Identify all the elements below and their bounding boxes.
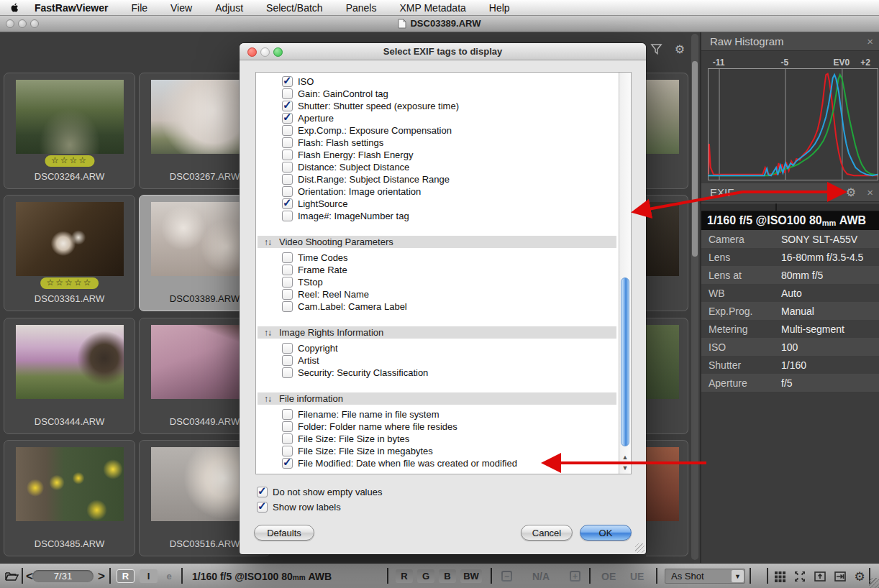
grid-view-icon[interactable]: [773, 570, 786, 583]
thumbnail-cell-partial[interactable]: [646, 318, 688, 434]
exif-tag-option[interactable]: Frame Rate: [256, 264, 618, 276]
exif-tag-option[interactable]: Flash: Flash settings: [256, 137, 618, 149]
reorder-arrows-icon[interactable]: ↑↓: [264, 237, 271, 247]
menu-item-xmp-metadata[interactable]: XMP Metadata: [399, 2, 465, 14]
exif-tag-option[interactable]: Cam.Label: Camera Label: [256, 300, 618, 313]
exif-tag-option[interactable]: Distance: Subject Distance: [256, 161, 618, 173]
exif-tag-option[interactable]: ISO: [256, 75, 618, 88]
window-resize-grip[interactable]: [869, 578, 879, 588]
checkbox[interactable]: [282, 301, 293, 312]
grid-settings-gear-icon[interactable]: ⚙: [672, 41, 688, 57]
dialog-scrollbar[interactable]: ▲ ▼: [619, 73, 631, 474]
checkbox[interactable]: [282, 150, 293, 160]
exif-tag-option[interactable]: Reel: Reel Name: [256, 288, 618, 300]
checkbox[interactable]: [282, 433, 293, 444]
channel-b-button[interactable]: B: [439, 569, 456, 583]
exif-tag-option[interactable]: Folder: Folder name where file resides: [256, 421, 618, 433]
checkbox[interactable]: [282, 125, 293, 136]
thumbnail-cell-partial[interactable]: [646, 440, 688, 556]
thumbnail-cell-partial[interactable]: [646, 195, 688, 311]
scroll-up-arrow[interactable]: ▲: [619, 452, 631, 463]
exif-tag-option[interactable]: Flash Energy: Flash Energy: [256, 149, 618, 161]
thumbnail-cell[interactable]: ☆☆☆☆DSC03264.ARW: [4, 73, 135, 189]
internal-jpeg-button[interactable]: I: [140, 569, 158, 583]
file-counter[interactable]: 7/31: [32, 570, 94, 582]
grid-scrollbar-thumb[interactable]: [692, 61, 698, 257]
dialog-option[interactable]: Show row labels: [257, 501, 341, 513]
filter-icon[interactable]: [648, 41, 664, 57]
checkbox[interactable]: [257, 487, 268, 497]
apple-menu-icon[interactable]: [9, 2, 20, 13]
exif-tag-option[interactable]: Dist.Range: Subject Distance Range: [256, 173, 618, 185]
checkbox[interactable]: [257, 502, 268, 513]
thumbnail-cell[interactable]: DSC03444.ARW: [4, 318, 135, 434]
exif-tag-option[interactable]: Orientation: Image orientation: [256, 185, 618, 198]
exif-tag-option[interactable]: Time Codes: [256, 252, 618, 264]
raw-mode-button[interactable]: R: [117, 569, 135, 583]
fullscreen-icon[interactable]: [793, 570, 806, 583]
exif-tag-option[interactable]: TStop: [256, 276, 618, 288]
scroll-down-arrow[interactable]: ▼: [619, 463, 631, 474]
reorder-arrows-icon[interactable]: ↑↓: [264, 328, 271, 338]
checkbox[interactable]: [282, 343, 293, 354]
checkbox[interactable]: [282, 421, 293, 432]
checkbox[interactable]: [282, 76, 293, 87]
checkbox[interactable]: [282, 367, 293, 378]
menu-item-view[interactable]: View: [170, 2, 192, 14]
checkbox[interactable]: [282, 458, 293, 469]
menu-item-fastrawviewer[interactable]: FastRawViewer: [35, 2, 108, 14]
ok-button[interactable]: OK: [580, 525, 632, 541]
exif-tag-option[interactable]: File Modified: Date when file was create…: [256, 457, 618, 469]
exif-tag-option[interactable]: LightSource: [256, 198, 618, 210]
channel-r-button[interactable]: R: [396, 569, 413, 583]
checkbox[interactable]: [282, 174, 293, 185]
open-folder-icon[interactable]: [5, 564, 19, 588]
settings-gear-icon[interactable]: ⚙: [853, 570, 866, 583]
dropdown-arrow-icon[interactable]: ▼: [732, 570, 744, 582]
checkbox[interactable]: [282, 265, 293, 275]
exif-tag-option[interactable]: File Size: File Size in bytes: [256, 433, 618, 445]
checkbox[interactable]: [282, 113, 293, 124]
menu-item-file[interactable]: File: [131, 2, 147, 14]
checkbox[interactable]: [282, 88, 293, 99]
checkbox[interactable]: [282, 409, 293, 420]
exif-tag-option[interactable]: Filename: File name in file system: [256, 408, 618, 421]
exif-settings-gear-icon[interactable]: ⚙: [846, 185, 856, 199]
grid-scrollbar[interactable]: [691, 34, 698, 560]
defaults-button[interactable]: Defaults: [254, 525, 314, 541]
exif-tag-option[interactable]: Image#: ImageNumber tag: [256, 210, 618, 222]
dialog-scrollbar-thumb[interactable]: [621, 277, 629, 446]
reorder-arrows-icon[interactable]: ↑↓: [264, 394, 271, 404]
exif-tag-option[interactable]: Gain: GainControl tag: [256, 88, 618, 100]
exif-tag-option[interactable]: Exp.Comp.: Exposure Compensation: [256, 124, 618, 137]
menu-item-panels[interactable]: Panels: [346, 2, 377, 14]
exif-tag-option[interactable]: Copyright: [256, 342, 618, 354]
exif-tag-option[interactable]: Aperture: [256, 112, 618, 124]
checkbox[interactable]: [282, 101, 293, 111]
checkbox[interactable]: [282, 355, 293, 366]
histogram-close-icon[interactable]: ×: [867, 35, 873, 47]
menu-item-select-batch[interactable]: Select/Batch: [266, 2, 323, 14]
menu-item-help[interactable]: Help: [489, 2, 510, 14]
thumbnail-cell[interactable]: DSC03485.ARW: [4, 440, 135, 556]
channel-bw-button[interactable]: BW: [460, 569, 482, 583]
checkbox[interactable]: [282, 198, 293, 209]
menu-item-adjust[interactable]: Adjust: [215, 2, 243, 14]
exif-tag-option[interactable]: Security: Security Classification: [256, 367, 618, 379]
white-balance-select[interactable]: As Shot ▼: [665, 569, 745, 584]
checkbox[interactable]: [282, 162, 293, 173]
checkbox[interactable]: [282, 289, 293, 300]
exif-tag-option[interactable]: File Size: File Size in megabytes: [256, 445, 618, 457]
move-to-folder-icon[interactable]: [834, 570, 847, 583]
channel-g-button[interactable]: G: [417, 569, 434, 583]
cancel-button[interactable]: Cancel: [521, 525, 573, 541]
dialog-option[interactable]: Do not show empty values: [257, 486, 382, 498]
checkbox[interactable]: [282, 137, 293, 148]
dialog-resize-grip[interactable]: [635, 543, 645, 553]
exif-close-icon[interactable]: ×: [867, 186, 873, 198]
thumbnail-cell[interactable]: ☆☆☆☆☆DSC03361.ARW: [4, 195, 135, 311]
next-file-button[interactable]: >: [98, 564, 105, 588]
checkbox[interactable]: [282, 277, 293, 288]
thumbnail-cell-partial[interactable]: [646, 73, 688, 189]
checkbox[interactable]: [282, 252, 293, 263]
